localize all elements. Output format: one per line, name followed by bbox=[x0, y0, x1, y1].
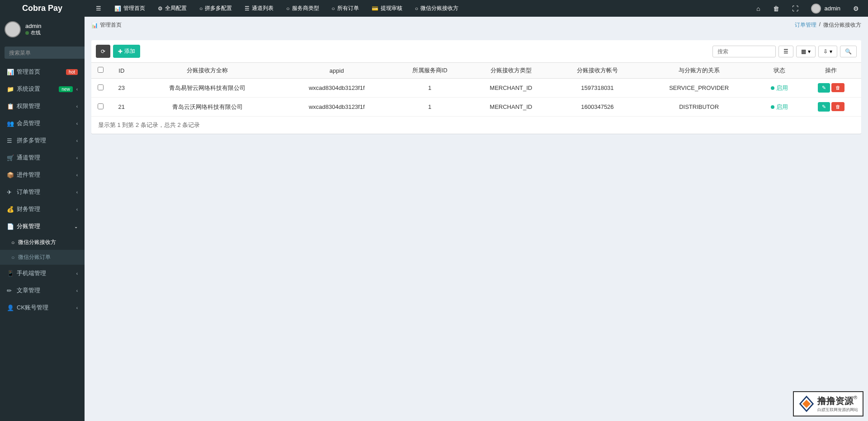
sidebar-item-2[interactable]: 📋权限管理‹ bbox=[0, 98, 85, 115]
data-panel: ⟳ ✚ 添加 ☰ ▦ ▾ ⇩ ▾ 🔍 ID分账接收方全称appid所属服务商ID… bbox=[91, 40, 861, 134]
dashboard-icon: 📊 bbox=[91, 22, 98, 28]
cell-account: 1600347526 bbox=[555, 98, 640, 117]
settings-icon[interactable]: ⚙ bbox=[849, 5, 863, 12]
column-header-1[interactable]: 分账接收方全称 bbox=[134, 63, 281, 79]
group-icon: 📋 bbox=[7, 103, 13, 110]
status-toggle[interactable]: 启用 bbox=[771, 103, 788, 111]
top-navigation: ☰ 📊管理首页⚙全局配置○拼多多配置☰通道列表○服务商类型○所有订单💳提现审核○… bbox=[85, 5, 752, 12]
column-header-5[interactable]: 分账接收方帐号 bbox=[555, 63, 640, 79]
topnav-item-4[interactable]: ○服务商类型 bbox=[280, 5, 325, 12]
avatar-large-icon bbox=[5, 21, 21, 37]
topnav-item-1[interactable]: ⚙全局配置 bbox=[151, 5, 193, 12]
chevron-left-icon: ‹ bbox=[76, 104, 78, 109]
edit-button[interactable]: ✎ bbox=[818, 83, 830, 93]
search-icon: 🔍 bbox=[845, 48, 852, 55]
brand-logo[interactable]: Cobra Pay bbox=[0, 0, 85, 17]
user-menu[interactable]: admin bbox=[807, 4, 845, 14]
table-row: 23青岛易智云网络科技有限公司wxcad8304db3123f1f1MERCHA… bbox=[91, 79, 861, 98]
trash-icon: 🗑 bbox=[835, 85, 840, 90]
caret-down-icon: ▾ bbox=[830, 48, 832, 55]
breadcrumb-parent[interactable]: 订单管理 bbox=[795, 21, 816, 29]
topnav-item-7[interactable]: ○微信分账接收方 bbox=[409, 5, 465, 12]
topnav-item-0[interactable]: 📊管理首页 bbox=[108, 5, 151, 12]
row-checkbox[interactable] bbox=[98, 103, 104, 109]
user-status: 在线 bbox=[25, 29, 41, 36]
sidebar-label: 拼多多管理 bbox=[17, 136, 73, 140]
cell-account: 1597318031 bbox=[555, 79, 640, 98]
fullscreen-icon[interactable]: ⛶ bbox=[788, 5, 803, 12]
add-button[interactable]: ✚ 添加 bbox=[113, 45, 140, 58]
data-table: ID分账接收方全称appid所属服务商ID分账接收方类型分账接收方帐号与分账方的… bbox=[91, 62, 861, 117]
trash-icon[interactable]: 🗑 bbox=[769, 5, 784, 12]
topnav-label: 通道列表 bbox=[252, 5, 274, 12]
select-all-checkbox[interactable] bbox=[98, 67, 104, 73]
menu-search-button[interactable]: 🔍 bbox=[81, 47, 85, 59]
edit-button[interactable]: ✎ bbox=[818, 102, 830, 112]
trash-icon: 🗑 bbox=[835, 104, 840, 109]
topnav-label: 服务商类型 bbox=[292, 5, 319, 12]
cell-type: MERCHANT_ID bbox=[467, 98, 555, 117]
cell-name: 青岛云沃网络科技有限公司 bbox=[134, 98, 281, 117]
content-header: 📊 管理首页 订单管理 / 微信分账接收方 bbox=[85, 17, 868, 33]
folder-icon: 📁 bbox=[7, 86, 13, 93]
topnav-item-6[interactable]: 💳提现审核 bbox=[365, 5, 409, 12]
circle-o-icon: ○ bbox=[332, 5, 335, 12]
table-search-input[interactable] bbox=[712, 46, 776, 57]
breadcrumb: 订单管理 / 微信分账接收方 bbox=[795, 21, 861, 29]
cell-name: 青岛易智云网络科技有限公司 bbox=[134, 79, 281, 98]
topnav-item-5[interactable]: ○所有订单 bbox=[326, 5, 365, 12]
search-button[interactable]: 🔍 bbox=[840, 46, 857, 57]
topnav-label: 微信分账接收方 bbox=[420, 5, 458, 12]
username-label: admin bbox=[825, 5, 840, 12]
status-label: 在线 bbox=[31, 29, 41, 36]
delete-button[interactable]: 🗑 bbox=[831, 83, 844, 92]
pencil-icon: ✎ bbox=[822, 85, 826, 91]
chevron-left-icon: ‹ bbox=[76, 87, 78, 92]
chevron-left-icon: ‹ bbox=[76, 138, 78, 141]
menu-search: 🔍 bbox=[5, 47, 80, 59]
pencil-icon: ✎ bbox=[822, 104, 826, 110]
export-button[interactable]: ⇩ ▾ bbox=[818, 46, 837, 57]
topnav-label: 所有订单 bbox=[337, 5, 359, 12]
view-grid-button[interactable]: ▦ ▾ bbox=[796, 46, 816, 57]
sidebar-item-3[interactable]: 👥会员管理‹ bbox=[0, 115, 85, 132]
refresh-button[interactable]: ⟳ bbox=[96, 45, 110, 58]
column-header-8[interactable]: 操作 bbox=[801, 63, 861, 79]
column-header-4[interactable]: 分账接收方类型 bbox=[467, 63, 555, 79]
top-nav-right: ⌂ 🗑 ⛶ admin ⚙ bbox=[752, 4, 868, 14]
breadcrumb-home[interactable]: 📊 管理首页 bbox=[91, 21, 122, 29]
sidebar: admin 在线 🔍 📊管理首页hot📁系统设置new‹📋权限管理‹👥会员管理‹… bbox=[0, 17, 85, 140]
add-button-label: 添加 bbox=[124, 47, 135, 55]
dashboard-icon: 📊 bbox=[7, 69, 13, 75]
chevron-left-icon: ‹ bbox=[76, 121, 78, 126]
sidebar-label: 会员管理 bbox=[17, 119, 73, 127]
column-header-6[interactable]: 与分账方的关系 bbox=[640, 63, 758, 79]
menu-search-input[interactable] bbox=[5, 47, 81, 59]
circle-o-icon: ○ bbox=[286, 5, 289, 12]
column-header-3[interactable]: 所属服务商ID bbox=[392, 63, 467, 79]
plus-icon: ✚ bbox=[118, 48, 123, 55]
column-header-0[interactable]: ID bbox=[109, 63, 134, 79]
column-header-7[interactable]: 状态 bbox=[758, 63, 801, 79]
sidebar-item-1[interactable]: 📁系统设置new‹ bbox=[0, 80, 85, 98]
cell-relation: SERVICE_PROVIDER bbox=[640, 79, 758, 98]
topnav-label: 提现审核 bbox=[381, 5, 402, 12]
credit-card-icon: 💳 bbox=[372, 5, 378, 12]
topnav-label: 管理首页 bbox=[123, 5, 145, 12]
column-header-2[interactable]: appid bbox=[281, 63, 392, 79]
status-toggle[interactable]: 启用 bbox=[771, 84, 788, 92]
view-list-button[interactable]: ☰ bbox=[778, 46, 793, 57]
row-checkbox[interactable] bbox=[98, 84, 104, 90]
list-icon: ☰ bbox=[783, 48, 788, 55]
delete-button[interactable]: 🗑 bbox=[831, 102, 844, 111]
topnav-item-3[interactable]: ☰通道列表 bbox=[238, 5, 280, 12]
sidebar-label: 系统设置 bbox=[17, 85, 55, 93]
topnav-item-2[interactable]: ○拼多多配置 bbox=[193, 5, 238, 12]
sidebar-toggle-icon[interactable]: ☰ bbox=[89, 5, 108, 12]
sidebar-menu: 📊管理首页hot📁系统设置new‹📋权限管理‹👥会员管理‹☰拼多多管理‹🛒通道管… bbox=[0, 63, 85, 140]
sidebar-item-4[interactable]: ☰拼多多管理‹ bbox=[0, 132, 85, 140]
cell-provider: 1 bbox=[392, 79, 467, 98]
home-icon[interactable]: ⌂ bbox=[752, 5, 764, 12]
sidebar-username: admin bbox=[25, 23, 41, 29]
sidebar-item-0[interactable]: 📊管理首页hot bbox=[0, 63, 85, 80]
